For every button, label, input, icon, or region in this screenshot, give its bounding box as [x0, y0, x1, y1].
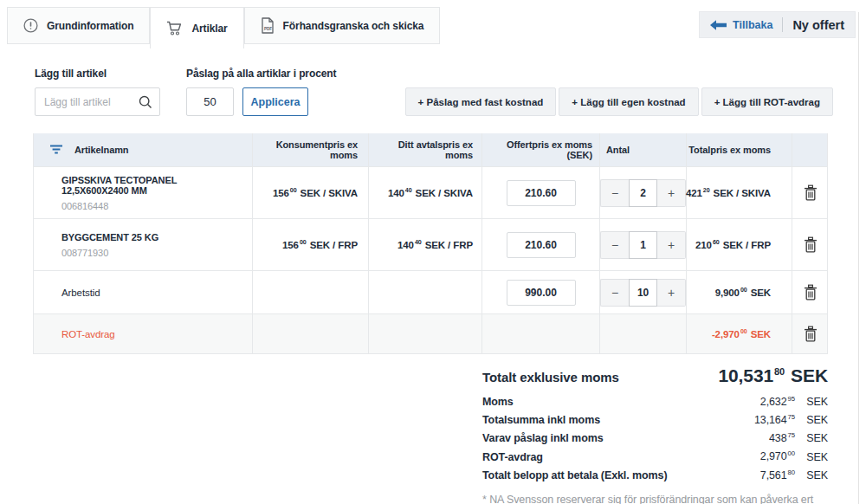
articles-toolbar: Lägg till artikel Påslag på alla artikla…: [35, 68, 833, 116]
col-avtalspris: Ditt avtalspris ex moms: [368, 133, 481, 166]
add-article-label: Lägg till artikel: [35, 68, 160, 80]
qty-increment-button[interactable]: +: [657, 231, 686, 259]
total-price: 42120SEK / SKIVA: [686, 187, 771, 198]
contract-price: 14040SEK / SKIVA: [388, 187, 473, 198]
tab-grundinformation[interactable]: Grundinformation: [7, 7, 150, 44]
footnote-price-change: * NA Svensson reserverar sig för prisför…: [482, 492, 828, 504]
cost-action-buttons: + Påslag med fast kostnad + Lägg till eg…: [405, 87, 833, 116]
add-fixed-cost-button[interactable]: + Påslag med fast kostnad: [405, 87, 557, 116]
articles-table: Artikelnamn Konsumentpris ex moms Ditt a…: [33, 133, 828, 354]
delete-button[interactable]: [799, 322, 822, 346]
footnotes: * NA Svensson reserverar sig för prisför…: [482, 492, 828, 504]
consumer-price: 15600SEK / FRP: [282, 239, 358, 250]
qty-increment-button[interactable]: +: [657, 179, 686, 207]
summary-total-value: 10,53180SEK: [718, 365, 828, 386]
add-own-cost-button[interactable]: + Lägg till egen kostnad: [559, 87, 698, 116]
summary-line-rot: ROT-avdrag 2,97000 SEK: [482, 446, 828, 464]
offer-price-input[interactable]: [507, 280, 576, 306]
article-sku: 008771930: [61, 248, 108, 258]
col-actions: [792, 133, 829, 166]
col-offertpris: Offertpris ex moms (SEK): [481, 133, 599, 166]
back-label: Tillbaka: [733, 19, 772, 31]
qty-value[interactable]: 1: [629, 231, 657, 259]
table-row-arbetstid: Arbetstid − 10 + 9,90000SEK: [34, 270, 827, 313]
add-rot-button[interactable]: + Lägg till ROT-avdrag: [701, 87, 833, 116]
divider: [782, 17, 783, 32]
qty-value[interactable]: 10: [629, 279, 657, 307]
contract-price: 14040SEK / FRP: [397, 239, 473, 250]
total-price: 21060SEK / FRP: [695, 239, 771, 250]
summary-line-totalsumma: Totalsumma inkl moms 13,16475 SEK: [482, 410, 828, 428]
svg-text:PDF: PDF: [264, 27, 272, 31]
qty-value[interactable]: 2: [629, 179, 657, 207]
arrow-left-icon: [710, 20, 727, 30]
tab-label: Grundinformation: [47, 20, 133, 32]
add-article-group: Lägg till artikel: [35, 68, 160, 116]
article-sku: 006816448: [61, 201, 108, 211]
trash-icon: [803, 236, 818, 254]
pdf-file-icon: PDF: [261, 17, 275, 34]
article-name: BYGGCEMENT 25 KG: [61, 232, 158, 242]
tab-label: Förhandsgranska och skicka: [283, 20, 424, 32]
trash-icon: [803, 284, 818, 301]
alert-circle-icon: [23, 18, 38, 33]
markup-group: Påslag på alla artiklar i procent Applic…: [186, 68, 336, 116]
total-price: 9,90000SEK: [715, 287, 771, 298]
summary-line-att-betala: Totalt belopp att betala (Exkl. moms) 7,…: [482, 465, 828, 483]
trash-icon: [803, 326, 818, 343]
total-price: -2,97000SEK: [712, 328, 771, 339]
summary-line-paslag: Varav påslag inkl moms 43875 SEK: [482, 428, 828, 446]
summary-total-label: Totalt exklusive moms: [482, 370, 619, 384]
summary-line-moms: Moms 2,63295 SEK: [482, 391, 828, 410]
table-header: Artikelnamn Konsumentpris ex moms Ditt a…: [34, 133, 827, 166]
qty-decrement-button[interactable]: −: [600, 231, 629, 259]
consumer-price: 15600SEK / SKIVA: [273, 187, 358, 198]
totals-summary: Totalt exklusive moms 10,53180SEK Moms 2…: [482, 365, 828, 504]
qty-decrement-button[interactable]: −: [600, 179, 629, 207]
tab-label: Artiklar: [191, 23, 227, 35]
delete-button[interactable]: [799, 281, 822, 305]
search-icon[interactable]: [139, 95, 152, 109]
col-totalpris: Totalpris ex moms: [686, 133, 792, 166]
table-row-byggcement: BYGGCEMENT 25 KG 008771930 15600SEK / FR…: [34, 218, 827, 270]
scrollbar-track[interactable]: [858, 12, 859, 504]
header-actions: Tillbaka Ny offert: [699, 11, 856, 38]
col-artikelnamn: Artikelnamn: [34, 133, 252, 166]
trash-icon: [803, 184, 818, 202]
table-row-gipsskiva: GIPSSKIVA TECTOPANEL 12,5X600X2400 MM 00…: [34, 166, 827, 218]
article-name: Arbetstid: [61, 288, 100, 298]
tab-forhandsgranska[interactable]: PDF Förhandsgranska och skicka: [244, 7, 441, 44]
qty-decrement-button[interactable]: −: [600, 279, 629, 307]
table-row-rot-avdrag: ROT-avdrag -2,97000SEK: [34, 313, 827, 353]
cart-icon: [166, 21, 183, 36]
back-button[interactable]: Tillbaka: [710, 19, 772, 31]
quantity-stepper: − 10 +: [600, 279, 686, 307]
apply-button[interactable]: Applicera: [242, 87, 308, 116]
markup-input[interactable]: [186, 87, 234, 116]
article-name: ROT-avdrag: [61, 329, 115, 339]
col-konsumentpris: Konsumentpris ex moms: [252, 133, 368, 166]
offer-price-input[interactable]: [507, 232, 576, 258]
filter-icon[interactable]: [49, 145, 63, 155]
delete-button[interactable]: [799, 233, 822, 257]
delete-button[interactable]: [799, 181, 822, 205]
tab-artiklar[interactable]: Artiklar: [150, 7, 243, 48]
quantity-stepper: − 2 +: [600, 179, 686, 207]
article-name: GIPSSKIVA TECTOPANEL 12,5X600X2400 MM: [61, 175, 245, 196]
offer-price-input[interactable]: [507, 180, 576, 206]
quantity-stepper: − 1 +: [600, 231, 686, 259]
qty-increment-button[interactable]: +: [657, 279, 686, 307]
new-offert-button[interactable]: Ny offert: [792, 18, 844, 32]
col-antal: Antal: [599, 133, 686, 166]
markup-label: Påslag på alla artiklar i procent: [186, 68, 336, 80]
